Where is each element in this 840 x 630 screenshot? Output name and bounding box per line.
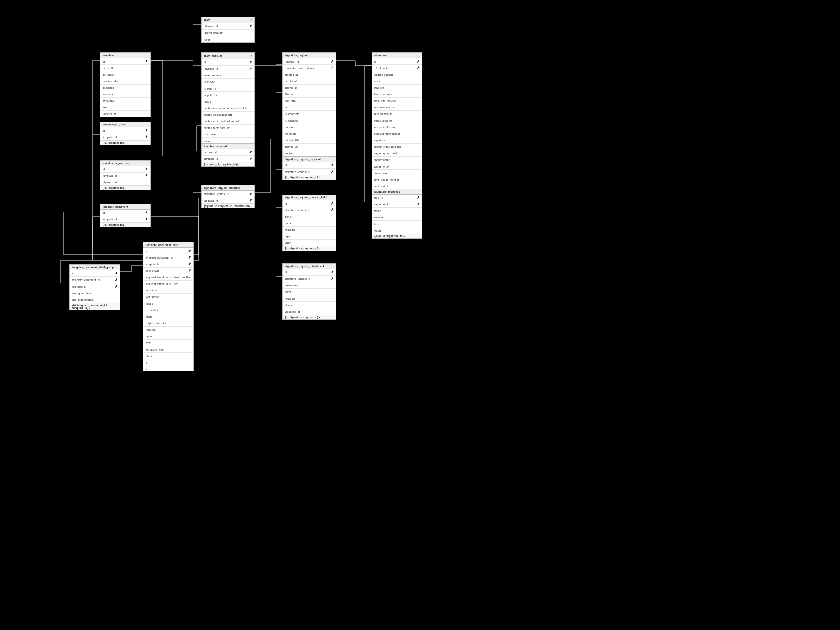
entity-team-account[interactable]: team_account ↗ id_fivetran_idemail_addre… [201, 52, 255, 144]
field-name: reassignment_reason [374, 132, 400, 135]
field-row: name [202, 36, 254, 42]
field-name: value [374, 229, 381, 232]
field-row: signature_request_id [283, 207, 336, 213]
field-name: id [103, 60, 105, 63]
field-row: id [100, 210, 150, 216]
entity-rows: idtemplate_id [100, 127, 150, 140]
field-row: signer_email_address [372, 144, 422, 150]
field-name: id [103, 129, 105, 132]
field-name: original_title [285, 139, 299, 142]
entity-title: template_signer_role [103, 162, 130, 164]
entity-header: signature_request [283, 53, 336, 58]
primary-key-icon [145, 211, 148, 214]
field-name: _fivetran_id [204, 68, 218, 70]
field-row: template_id [70, 283, 120, 290]
field-row: template_id [100, 173, 150, 179]
entity-signature-response[interactable]: signature_response field_idsignature_idn… [372, 189, 422, 239]
field-name: sms_phone_number [374, 178, 399, 181]
field-name: signer_email_address [374, 146, 401, 148]
entity-signature-request[interactable]: signature_request _fivetran_idrequester_… [282, 52, 336, 163]
field-name: template_id [204, 199, 218, 202]
field-row: editor [283, 213, 336, 220]
primary-key-icon [417, 196, 420, 199]
primary-key-icon [331, 277, 334, 280]
field-row: type [372, 221, 422, 227]
field-name: title [103, 106, 107, 109]
field-row: template_document_id [70, 277, 120, 283]
field-name: account_id [204, 151, 217, 154]
primary-key-icon [188, 262, 191, 266]
field-name: template_document_id [72, 279, 100, 281]
field-name: signature_request_id [285, 278, 310, 280]
field-row: y [143, 366, 193, 371]
field-row: id [283, 269, 336, 276]
field-row: quotas_documents_left [202, 112, 254, 118]
entity-template-document[interactable]: template_document idtemplate_id {id, tem… [100, 204, 151, 227]
entity-rows: idtemplate_document_idtemplate_idrule_gr… [70, 270, 120, 303]
field-name: template_id [72, 285, 86, 288]
field-row: signer_group_guid [372, 150, 422, 157]
field-row: signature_request_id [283, 169, 336, 175]
entity-signature-request-template[interactable]: signature_request_template signature_req… [201, 185, 255, 208]
field-name: signature_request_id [285, 171, 310, 173]
field-row: is_locked [100, 85, 150, 91]
entity-template[interactable]: template idcan_editis_creatoris_embedded… [100, 52, 151, 117]
entity-signature-request-custom-field[interactable]: signature_request_custom_field idsignatu… [282, 195, 336, 251]
field-row: signature_request_id [283, 276, 336, 282]
field-name: has_sms_auth [374, 93, 392, 96]
field-name: reassigned_by [374, 119, 392, 122]
entity-signature-request-attachment[interactable]: signature_request_attachment idsignature… [282, 263, 336, 320]
entity-title: team_account [204, 54, 222, 57]
field-name: rule_group_label [72, 292, 92, 295]
field-row: id [372, 58, 422, 65]
entity-header: signature_request_attachment [283, 264, 336, 269]
entity-note: {account_id, template_id} [202, 162, 254, 166]
field-name: is_complete [285, 113, 299, 115]
field-name: id [285, 202, 287, 205]
entity-title: signature_request_template [204, 186, 240, 189]
field-row: id [202, 59, 254, 66]
field-name: field_kind [146, 289, 157, 292]
entity-template-cc-role[interactable]: template_cc_role idtemplate_id {id, temp… [100, 122, 151, 145]
primary-key-icon [115, 272, 118, 275]
field-name: last_viewed_at [374, 113, 392, 115]
entity-signature-request-cc-email[interactable]: signature_request_cc_email idsignature_r… [282, 156, 336, 180]
field-row: rule_requirement [70, 296, 120, 303]
entity-header: team_account ↗ [202, 53, 254, 59]
field-row: name [283, 289, 336, 295]
field-row: has_error [283, 98, 336, 104]
entity-template-document-field[interactable]: template_document_field idtemplate_docum… [143, 242, 194, 371]
erd-canvas: team ↗ _fivetran_idinvited_accountname t… [0, 0, 494, 371]
entity-header: signature_response [372, 189, 422, 195]
field-row: template_id [100, 134, 150, 140]
entity-template-account[interactable]: template_account account_idtemplate_id {… [201, 143, 255, 167]
field-name: metadata [285, 132, 296, 135]
field-name: template_id [146, 263, 159, 266]
field-name: team_id [204, 140, 213, 142]
primary-key-icon [249, 61, 252, 64]
field-name: files_url [285, 93, 294, 96]
field-name: is_creator [103, 73, 115, 76]
entity-rows: account_idtemplate_id [202, 149, 254, 162]
field-row: value [372, 227, 422, 234]
external-link-icon: ↗ [249, 54, 252, 58]
field-name: template_document_id [146, 256, 173, 259]
field-row: validation_type [143, 346, 193, 353]
entity-header: signature [372, 53, 422, 58]
field-row: has_sms_delivery [372, 98, 422, 104]
entity-signature[interactable]: signature id_fivetran_iddecline_reasoner… [372, 52, 422, 194]
field-name: signed_at [374, 139, 386, 142]
field-name: name [285, 291, 292, 293]
field-name: metadata [103, 100, 114, 102]
entity-header: template_document_field_group [70, 265, 120, 270]
field-row: quotas_api_signature_requests_left [202, 105, 254, 112]
foreign-key-icon [331, 66, 334, 69]
field-row: avg_text_length_num_chars_per_line [143, 274, 193, 281]
field-row: width [143, 353, 193, 359]
entity-team[interactable]: team ↗ _fivetran_idinvited_accountname [201, 17, 255, 43]
entity-template-document-field-group[interactable]: template_document_field_group idtemplate… [69, 264, 120, 310]
field-name: updated_at [103, 113, 116, 115]
field-name: name [146, 315, 152, 318]
entity-template-signer-role[interactable]: template_signer_role idtemplate_idsigner… [100, 160, 151, 190]
field-row: name [372, 208, 422, 214]
